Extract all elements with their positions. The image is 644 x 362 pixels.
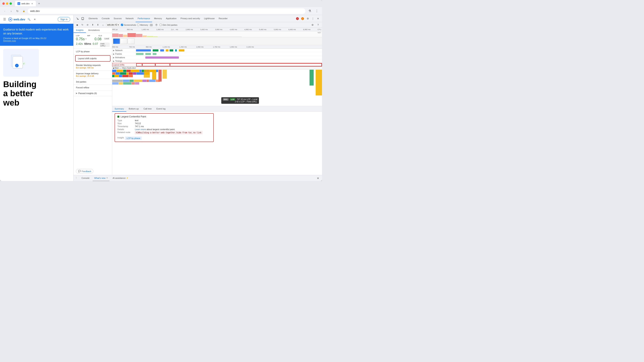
- new-tab-button[interactable]: +: [37, 1, 42, 6]
- tab-console[interactable]: Console: [100, 15, 112, 22]
- main-area: ☰ web.dev 🔍 ☀ Sign in Guidance to build …: [0, 15, 322, 181]
- trash-icon[interactable]: [154, 23, 158, 27]
- upload-button[interactable]: ⬆: [90, 23, 94, 27]
- forward-button[interactable]: ›: [9, 9, 14, 13]
- tab-application[interactable]: Application: [164, 15, 179, 22]
- ruler-5492: 5,492 ms: [259, 28, 266, 30]
- tab-sources[interactable]: Sources: [112, 15, 124, 22]
- lcp-details-label: Details: [118, 128, 133, 131]
- tab-annotations[interactable]: Annotations: [86, 28, 102, 33]
- tab-elements[interactable]: Elements: [87, 15, 100, 22]
- nav-links: 🔍 ☀: [28, 18, 55, 21]
- lcp-details-value: Learn more about largest contentful pain…: [135, 128, 175, 131]
- minimize-button[interactable]: [6, 2, 8, 5]
- close-bottom-bar-button[interactable]: ✕: [316, 176, 320, 181]
- tab-performance[interactable]: Performance: [136, 15, 152, 22]
- nav-link-search[interactable]: 🔍: [28, 18, 30, 21]
- warning-badge[interactable]: 1: [300, 16, 305, 21]
- sign-in-button[interactable]: Sign in: [58, 17, 70, 22]
- lcp-timestamp-value: 747.1 ms: [135, 125, 144, 128]
- insight-layout-shift-culprits[interactable]: Layout shift culprits: [75, 55, 110, 62]
- bottom-tab-console[interactable]: Console: [80, 175, 91, 181]
- lcp-field-section: 2.42s: [76, 42, 83, 45]
- cls-label: CLS: [98, 35, 110, 37]
- lcp-insight-row: Insight LCP by phase: [118, 135, 211, 140]
- inspect-icon[interactable]: [75, 16, 80, 21]
- tab-memory[interactable]: Memory: [152, 15, 164, 22]
- close-devtools-icon[interactable]: ✕: [316, 16, 320, 21]
- help-icon[interactable]: ?: [316, 22, 320, 27]
- frames-track-label: ▶ Frames: [112, 52, 136, 56]
- session-selector[interactable]: web.dev #2 ▾: [106, 23, 120, 26]
- tab-summary[interactable]: Summary: [112, 106, 126, 112]
- security-icon: 🔒: [22, 9, 26, 13]
- bottom-tab-close-icon[interactable]: ✕: [106, 177, 108, 179]
- dim3rd-checkbox[interactable]: [160, 24, 162, 26]
- tab-close-button[interactable]: ✕: [31, 2, 34, 5]
- feedback-button[interactable]: 💬 Feedback: [76, 169, 94, 174]
- bottom-tab-whats-new[interactable]: What's new ✕: [92, 175, 110, 181]
- webpage: ☰ web.dev 🔍 ☀ Sign in Guidance to build …: [0, 15, 73, 181]
- record-button[interactable]: ⏺: [75, 23, 79, 27]
- menu-button[interactable]: ⋮: [314, 8, 320, 14]
- big-heading: Building a better web: [3, 80, 70, 107]
- ruler-start: 492 μs: [112, 28, 118, 30]
- ruler2-1992: 1,992 ms: [230, 46, 237, 48]
- screenshots-checkbox[interactable]: [121, 24, 123, 26]
- tab-insights[interactable]: Insights: [74, 28, 86, 33]
- more-options-icon[interactable]: ⋮: [310, 16, 315, 21]
- devtools-right-tools: 2 1 ⚙ ⋮ ✕: [295, 16, 320, 21]
- browser-tab[interactable]: w web.dev ✕: [15, 1, 36, 6]
- cls-field-value: 0.07: [92, 42, 98, 45]
- lcp-by-phase-btn[interactable]: LCP by phase: [125, 137, 142, 140]
- site-logo[interactable]: web.dev: [8, 17, 25, 21]
- metrics-section: LCP INP CLS 0.75s: [74, 33, 112, 49]
- tab-call-tree[interactable]: Call tree: [141, 106, 154, 112]
- timings-track-label: ▶ Timings: [112, 59, 136, 63]
- network-track: ▶ Network: [112, 49, 322, 52]
- tab-network[interactable]: Network: [124, 15, 136, 22]
- settings-icon[interactable]: ⚙: [305, 16, 310, 21]
- insight-improve-image[interactable]: Improve image delivery Est savings: 25.0…: [74, 71, 112, 79]
- maximize-button[interactable]: [10, 2, 12, 5]
- refresh-button[interactable]: ↻: [15, 9, 20, 13]
- tab-recorder[interactable]: Recorder: [217, 15, 230, 22]
- insight-lcp-by-phase[interactable]: LCP by phase: [74, 49, 112, 54]
- url-input[interactable]: [28, 8, 305, 14]
- reload-button[interactable]: ↻: [80, 23, 84, 27]
- download-button[interactable]: ⬇: [96, 23, 100, 27]
- error-badge[interactable]: 2: [295, 16, 300, 21]
- ruler-3492: 3,492 ms: [200, 28, 208, 30]
- ruler2-992: 992 ms: [146, 46, 152, 48]
- extensions-button[interactable]: ⚗: [307, 8, 312, 14]
- tab-privacy[interactable]: Privacy and security: [178, 15, 202, 22]
- ruler2-792: 792 ms: [129, 46, 135, 48]
- device-icon[interactable]: [80, 16, 85, 21]
- memory-checkbox[interactable]: [137, 24, 140, 26]
- insight-render-blocking[interactable]: Render blocking requests Est savings: 40…: [74, 62, 112, 71]
- lcp-learn-more-link[interactable]: Learn more: [135, 128, 146, 131]
- tab-lighthouse[interactable]: Lighthouse: [202, 15, 217, 22]
- home-button[interactable]: ⌂: [101, 23, 105, 27]
- insight-3rd-parties[interactable]: 3rd parties: [74, 79, 112, 85]
- nav-link-theme[interactable]: ☀: [34, 18, 36, 21]
- ruler2-1392: 1,392 ms: [180, 46, 187, 48]
- insight-passed[interactable]: ▶ Passed insights (6): [74, 90, 112, 96]
- clear-button[interactable]: ⊘: [86, 23, 90, 27]
- insight-render-title: Render blocking requests: [76, 64, 110, 66]
- close-button[interactable]: [2, 2, 5, 5]
- insights-tab-bar: Insights Annotations: [74, 28, 112, 33]
- insight-forced-reflow[interactable]: Forced reflow: [74, 85, 112, 90]
- settings-perf-icon[interactable]: ⚙: [310, 22, 315, 27]
- tab-event-log[interactable]: Event log: [154, 106, 168, 112]
- register-link[interactable]: Register now: [3, 39, 16, 42]
- bottom-menu-icon[interactable]: ⋮: [75, 177, 78, 180]
- tab-bottom-up[interactable]: Bottom-up: [126, 106, 141, 112]
- back-button[interactable]: ‹: [2, 9, 7, 13]
- metrics-field-row: 2.42s 66ms 0.07 Field (URL): [76, 42, 110, 47]
- lcp-node-row: Related node h3#building-a-better-web-to…: [118, 131, 211, 134]
- lcp-dot: [118, 116, 119, 118]
- hamburger-icon[interactable]: ☰: [3, 17, 6, 21]
- bottom-tab-ai[interactable]: AI assistance ⚡: [111, 175, 130, 181]
- tracks-container: ▶ Network: [112, 49, 322, 67]
